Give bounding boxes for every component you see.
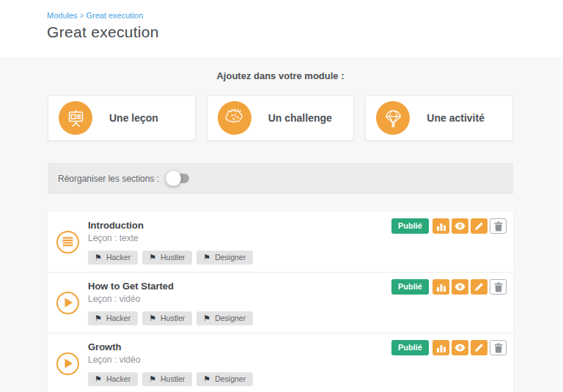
- tag-label: Hustler: [161, 314, 185, 322]
- pencil-icon: [474, 282, 484, 292]
- status-badge: Publié: [391, 218, 429, 234]
- flag-icon: ⚑: [149, 254, 156, 262]
- tag-label: Hacker: [106, 314, 130, 322]
- stats-button[interactable]: [433, 340, 449, 355]
- tag-label: Hustler: [161, 253, 185, 262]
- preview-button[interactable]: [452, 218, 468, 234]
- section-type-icon: [56, 352, 79, 375]
- add-lesson-label: Une leçon: [109, 112, 158, 124]
- reorder-sections-label: Réorganiser les sections :: [58, 174, 159, 184]
- tag-label: Designer: [215, 314, 246, 322]
- sections-list: Introduction Leçon : texte ⚑ Hacker ⚑ Hu…: [48, 212, 513, 392]
- page-title: Great execution: [47, 23, 563, 41]
- trash-icon: [494, 282, 503, 292]
- flag-icon: ⚑: [95, 314, 102, 322]
- edit-button[interactable]: [471, 279, 487, 295]
- tags: ⚑ Hacker ⚑ Hustler ⚑ Designer: [88, 311, 253, 325]
- parachute-icon: [376, 101, 410, 135]
- tags: ⚑ Hacker ⚑ Hustler ⚑ Designer: [88, 251, 253, 265]
- add-panel-heading: Ajoutez dans votre module :: [48, 57, 513, 81]
- section-info: Growth Leçon : vidéo ⚑ Hacker ⚑ Hustler …: [88, 341, 253, 386]
- add-activity-label: Une activité: [427, 112, 485, 124]
- presentation-icon: [59, 101, 92, 135]
- section-title: How to Get Started: [88, 280, 253, 292]
- section-title: Growth: [88, 341, 253, 352]
- stats-button[interactable]: [433, 218, 449, 234]
- add-challenge-button[interactable]: Un challenge: [207, 95, 355, 141]
- tag-label: Hustler: [161, 374, 185, 383]
- tag-label: Hacker: [106, 374, 130, 383]
- section-controls: Publié: [391, 279, 507, 295]
- flag-icon: ⚑: [95, 254, 102, 262]
- main-content: Ajoutez dans votre module : Une leçon: [48, 57, 513, 392]
- tag: ⚑ Hustler: [142, 251, 192, 265]
- flag-icon: ⚑: [203, 314, 210, 322]
- trash-icon: [494, 221, 503, 232]
- section-controls: Publié: [391, 340, 507, 355]
- breadcrumb-separator: >: [80, 12, 84, 20]
- tag-label: Designer: [215, 253, 246, 262]
- add-options-row: Une leçon Un challenge: [48, 95, 513, 141]
- edit-button[interactable]: [471, 340, 487, 355]
- add-lesson-button[interactable]: Une leçon: [48, 95, 196, 141]
- eye-icon: [455, 222, 466, 230]
- tag: ⚑ Hacker: [88, 372, 138, 386]
- bar-chart-icon: [436, 222, 446, 231]
- section-controls: Publié: [391, 218, 507, 234]
- preview-button[interactable]: [452, 340, 468, 355]
- delete-button[interactable]: [490, 279, 507, 295]
- video-lesson-icon: [65, 297, 73, 308]
- edit-button[interactable]: [471, 218, 487, 234]
- tag: ⚑ Hacker: [88, 251, 138, 265]
- bar-chart-icon: [436, 283, 446, 292]
- delete-button[interactable]: [490, 218, 507, 234]
- add-challenge-label: Un challenge: [268, 112, 332, 124]
- section-subtitle: Leçon : texte: [88, 233, 253, 243]
- eye-icon: [455, 283, 466, 291]
- add-activity-button[interactable]: Une activité: [365, 95, 513, 141]
- tag: ⚑ Designer: [196, 251, 253, 265]
- reorder-sections-bar: Réorganiser les sections :: [48, 163, 513, 194]
- tags: ⚑ Hacker ⚑ Hustler ⚑ Designer: [88, 372, 253, 386]
- preview-button[interactable]: [452, 279, 468, 295]
- text-lesson-icon: [62, 237, 73, 247]
- trash-icon: [494, 343, 503, 353]
- breadcrumb-modules-link[interactable]: Modules: [47, 11, 78, 20]
- eye-icon: [455, 344, 466, 352]
- delete-button[interactable]: [490, 340, 507, 355]
- section-info: How to Get Started Leçon : vidéo ⚑ Hacke…: [88, 280, 253, 325]
- tag: ⚑ Hacker: [88, 311, 138, 325]
- flag-icon: ⚑: [203, 254, 210, 262]
- status-badge: Publié: [391, 279, 429, 295]
- pencil-icon: [474, 221, 484, 231]
- flag-icon: ⚑: [149, 375, 156, 383]
- breadcrumb-current[interactable]: Great execution: [86, 11, 143, 20]
- toggle-knob: [166, 171, 181, 186]
- flag-icon: ⚑: [95, 375, 102, 383]
- section-type-icon: [56, 231, 79, 254]
- section-subtitle: Leçon : vidéo: [88, 294, 253, 304]
- pencil-icon: [474, 343, 484, 352]
- breadcrumb: Modules>Great execution: [47, 11, 563, 20]
- section-row: How to Get Started Leçon : vidéo ⚑ Hacke…: [48, 273, 513, 333]
- video-lesson-icon: [65, 358, 73, 369]
- section-subtitle: Leçon : vidéo: [88, 355, 253, 365]
- flag-icon: ⚑: [149, 314, 156, 322]
- tag: ⚑ Designer: [196, 311, 253, 325]
- tag-label: Designer: [215, 374, 246, 383]
- tag: ⚑ Hustler: [142, 372, 192, 386]
- section-info: Introduction Leçon : texte ⚑ Hacker ⚑ Hu…: [88, 219, 253, 265]
- tag: ⚑ Hustler: [142, 311, 192, 325]
- status-badge: Publié: [391, 340, 429, 355]
- page-header: Modules>Great execution Great execution: [0, 0, 563, 57]
- section-type-icon: [56, 292, 79, 314]
- section-title: Introduction: [88, 219, 253, 231]
- bar-chart-icon: [436, 344, 446, 352]
- section-row: Introduction Leçon : texte ⚑ Hacker ⚑ Hu…: [48, 212, 513, 273]
- reorder-sections-toggle[interactable]: [167, 174, 189, 183]
- tag: ⚑ Designer: [196, 372, 253, 386]
- flag-icon: ⚑: [203, 375, 210, 383]
- section-row: Growth Leçon : vidéo ⚑ Hacker ⚑ Hustler …: [48, 333, 513, 392]
- brain-icon: [218, 101, 251, 135]
- stats-button[interactable]: [433, 279, 449, 295]
